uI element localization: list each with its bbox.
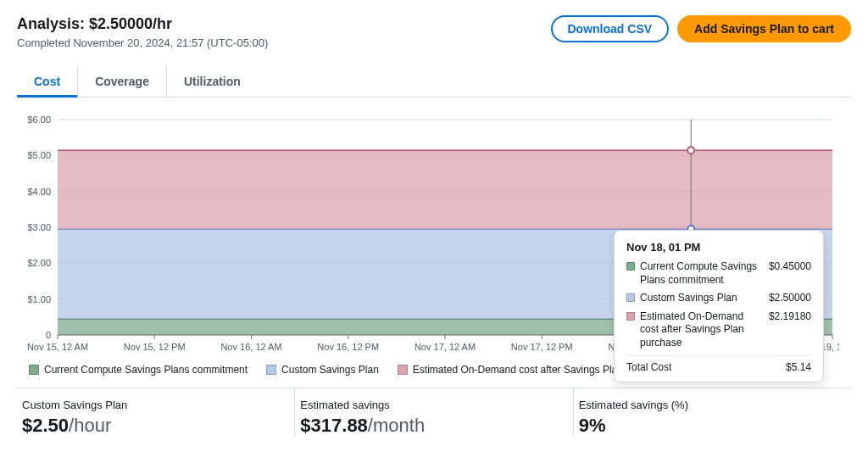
metric-card: Custom Savings Plan$2.50/hour [17, 388, 295, 437]
svg-text:$5.00: $5.00 [27, 150, 51, 160]
chart-tooltip: Nov 18, 01 PM Current Compute Savings Pl… [614, 230, 824, 382]
tab-cost[interactable]: Cost [17, 66, 78, 97]
svg-text:$2.00: $2.00 [27, 258, 51, 268]
metric-unit: /month [368, 415, 425, 436]
tooltip-label: Current Compute Savings Plans commitment [640, 260, 764, 287]
tooltip-title: Nov 18, 01 PM [626, 241, 811, 254]
legend-swatch [29, 365, 39, 375]
tooltip-label: Estimated On-Demand cost after Savings P… [640, 310, 764, 350]
tooltip-swatch [626, 312, 635, 321]
metric-value: $317.88/month [300, 415, 567, 437]
metric-value: $2.50/hour [22, 415, 289, 437]
tooltip-row: Custom Savings Plan$2.50000 [626, 292, 811, 305]
add-savings-plan-button[interactable]: Add Savings Plan to cart [677, 15, 851, 42]
metric-card: Estimated savings$317.88/month [295, 388, 573, 437]
legend-label: Custom Savings Plan [281, 364, 379, 376]
legend-item: Custom Savings Plan [266, 364, 379, 376]
tab-coverage[interactable]: Coverage [78, 66, 167, 97]
metric-unit: /hour [69, 415, 111, 436]
svg-text:Nov 16, 12 AM: Nov 16, 12 AM [220, 342, 281, 352]
svg-text:$3.00: $3.00 [27, 222, 51, 232]
page-subtitle: Completed November 20, 2024, 21:57 (UTC-… [17, 36, 268, 49]
svg-text:$6.00: $6.00 [27, 114, 51, 125]
legend-swatch [398, 365, 408, 375]
svg-rect-18 [58, 150, 832, 229]
download-csv-button[interactable]: Download CSV [551, 15, 670, 42]
metric-value: 9% [579, 415, 846, 437]
tooltip-value: $2.50000 [769, 292, 811, 304]
tabs: Cost Coverage Utilization [17, 66, 851, 98]
svg-text:$4.00: $4.00 [27, 187, 51, 197]
metric-label: Estimated savings (%) [579, 399, 846, 411]
svg-text:Nov 15, 12 AM: Nov 15, 12 AM [27, 342, 88, 352]
metric-label: Estimated savings [300, 399, 567, 411]
legend-label: Current Compute Savings Plans commitment [44, 364, 248, 376]
tab-utilization[interactable]: Utilization [167, 66, 258, 97]
svg-text:Nov 15, 12 PM: Nov 15, 12 PM [124, 342, 186, 352]
tooltip-total-label: Total Cost [626, 361, 671, 373]
cost-chart: 0$1.00$2.00$3.00$4.00$5.00$6.00Nov 15, 1… [17, 113, 851, 359]
tooltip-value: $2.19180 [769, 310, 811, 322]
svg-text:Nov 17, 12 PM: Nov 17, 12 PM [511, 342, 573, 352]
legend-swatch [266, 365, 276, 375]
tooltip-swatch [626, 293, 635, 302]
tooltip-row: Estimated On-Demand cost after Savings P… [626, 310, 811, 350]
metric-label: Custom Savings Plan [22, 399, 289, 411]
svg-text:$1.00: $1.00 [27, 294, 51, 304]
tooltip-swatch [626, 262, 635, 271]
legend-item: Current Compute Savings Plans commitment [29, 364, 248, 376]
svg-text:Nov 17, 12 AM: Nov 17, 12 AM [415, 342, 476, 352]
metric-card: Estimated savings (%)9% [574, 388, 851, 437]
tooltip-row: Current Compute Savings Plans commitment… [626, 260, 811, 287]
tooltip-total-value: $5.14 [786, 361, 811, 373]
metrics-row: Custom Savings Plan$2.50/hourEstimated s… [17, 388, 851, 437]
page-title: Analysis: $2.50000/hr [17, 15, 268, 33]
tooltip-value: $0.45000 [769, 260, 811, 272]
tooltip-label: Custom Savings Plan [640, 292, 764, 305]
svg-text:Nov 16, 12 PM: Nov 16, 12 PM [317, 342, 379, 352]
svg-point-42 [687, 147, 694, 153]
svg-text:0: 0 [46, 330, 51, 340]
